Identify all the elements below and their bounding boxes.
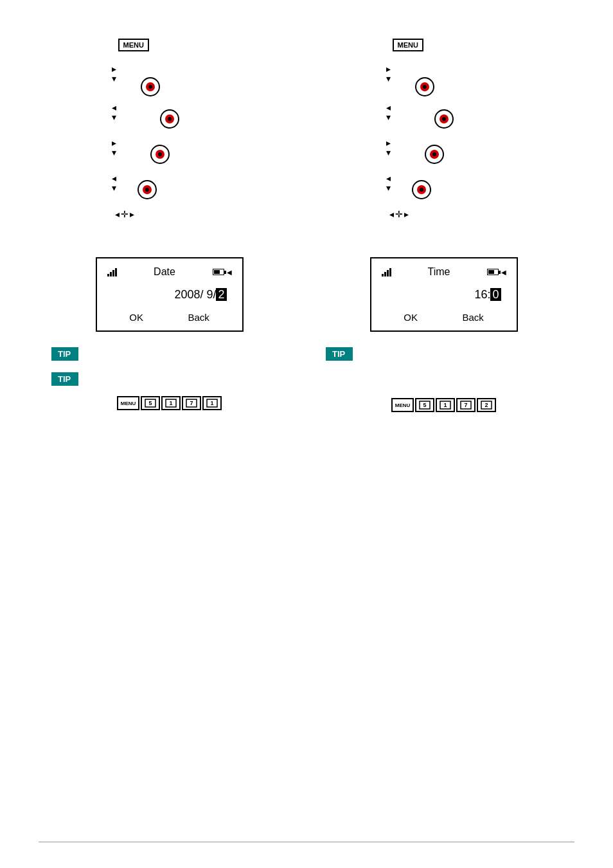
left-column: MENU ▸ ▾ ◂ ▾ (51, 39, 287, 412)
left-lcd-buttons: OK Back (107, 312, 232, 323)
right-seq-7[interactable]: 7 (456, 398, 475, 412)
svg-text:5: 5 (423, 402, 427, 408)
right-lcd-buttons: OK Back (382, 312, 506, 323)
left-arrow-3: ▸ ▾ (112, 138, 116, 158)
left-lcd-screen: Date ◀ 2008/ 9/2 OK Back (96, 257, 244, 332)
page-container: MENU ▸ ▾ ◂ ▾ (0, 0, 613, 868)
bottom-divider (39, 842, 574, 842)
right-lcd-title: Time (391, 266, 487, 278)
left-seq-7[interactable]: 7 (182, 396, 201, 410)
right-lcd-header: Time ◀ (382, 266, 506, 278)
right-battery-icon: ◀ (487, 269, 506, 276)
two-column-layout: MENU ▸ ▾ ◂ ▾ (51, 39, 562, 412)
left-menu-button[interactable]: MENU (118, 39, 149, 51)
svg-text:1: 1 (211, 400, 214, 406)
right-seq-5[interactable]: 5 (415, 398, 434, 412)
left-lcd-title: Date (117, 266, 213, 278)
right-nav-diagram: MENU ▸ ▾ ◂ ▾ (380, 39, 508, 244)
left-arrow-2: ◂ ▾ (112, 103, 116, 123)
svg-text:7: 7 (465, 402, 468, 408)
left-seq-5[interactable]: 5 (141, 396, 160, 410)
svg-text:5: 5 (149, 400, 152, 406)
right-signal-icon (382, 267, 391, 276)
right-column: MENU ▸ ▾ ◂ ▾ (326, 39, 562, 412)
left-battery-icon: ◀ (213, 269, 232, 276)
left-seq-menu[interactable]: MENU (117, 396, 140, 410)
right-nav-sequence: MENU 5 1 7 (391, 398, 497, 412)
svg-text:1: 1 (170, 400, 173, 406)
left-seq-1[interactable]: 1 (161, 396, 181, 410)
left-arrow-4: ◂ ▾ (112, 174, 116, 194)
right-seq-1[interactable]: 1 (436, 398, 455, 412)
right-target-4 (412, 180, 431, 199)
left-lcd-header: Date ◀ (107, 266, 232, 278)
right-target-3 (425, 145, 444, 164)
right-menu-button[interactable]: MENU (393, 39, 423, 51)
left-target-4 (138, 180, 157, 199)
left-back-button[interactable]: Back (188, 312, 209, 323)
left-arrow-1: ▸ ▾ (112, 64, 116, 84)
right-seq-menu[interactable]: MENU (391, 398, 414, 412)
right-target-2 (434, 109, 454, 129)
right-arrow-1: ▸ ▾ (386, 64, 391, 84)
left-tip-1: TIP (51, 347, 78, 361)
left-target-2 (160, 109, 179, 129)
left-nav-sequence: MENU 5 1 7 (117, 396, 222, 410)
left-signal-icon (107, 267, 117, 276)
svg-text:7: 7 (190, 400, 193, 406)
left-target-1 (141, 77, 160, 96)
left-lcd-value: 2008/ 9/2 (107, 288, 232, 302)
right-ok-button[interactable]: OK (404, 312, 418, 323)
right-lcd-value: 16:0 (382, 288, 506, 302)
left-ok-button[interactable]: OK (129, 312, 143, 323)
right-arrow-4: ◂ ▾ (386, 174, 391, 194)
left-arrow-5: ◂✛▸ (115, 209, 134, 219)
right-arrow-3: ▸ ▾ (386, 138, 391, 158)
left-target-3 (150, 145, 170, 164)
right-arrow-5: ◂✛▸ (389, 209, 409, 219)
svg-text:2: 2 (485, 402, 488, 408)
right-target-1 (415, 77, 434, 96)
left-tip-2: TIP (51, 372, 78, 386)
right-seq-last[interactable]: 2 (477, 398, 496, 412)
right-arrow-2: ◂ ▾ (386, 103, 391, 123)
left-seq-last[interactable]: 1 (202, 396, 222, 410)
right-lcd-screen: Time ◀ 16:0 OK Back (370, 257, 518, 332)
svg-text:1: 1 (444, 402, 447, 408)
right-back-button[interactable]: Back (462, 312, 483, 323)
right-tip-1: TIP (326, 347, 353, 361)
left-nav-diagram: MENU ▸ ▾ ◂ ▾ (105, 39, 234, 244)
